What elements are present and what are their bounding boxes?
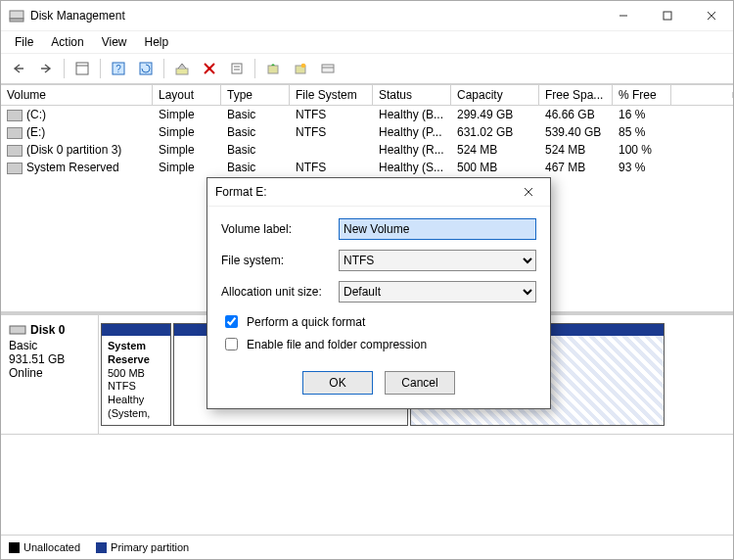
allocation-unit-label: Allocation unit size: [221, 285, 339, 299]
col-pctfree[interactable]: % Free [613, 85, 671, 105]
svg-rect-3 [664, 12, 671, 20]
wizard-icon[interactable] [170, 57, 194, 80]
volume-label-label: Volume label: [221, 222, 339, 236]
table-row[interactable]: (E:)SimpleBasicNTFSHealthy (P...631.02 G… [1, 123, 733, 141]
disk-state: Online [9, 366, 90, 380]
disk-info-panel[interactable]: Disk 0 Basic 931.51 GB Online [1, 315, 99, 434]
legend-primary: Primary partition [96, 541, 189, 554]
menubar: File Action View Help [1, 31, 733, 54]
disk-size: 931.51 GB [9, 352, 90, 366]
menu-file[interactable]: File [7, 33, 41, 51]
svg-rect-17 [268, 66, 278, 73]
disk-name: Disk 0 [30, 323, 65, 337]
menu-view[interactable]: View [94, 33, 135, 51]
format-dialog: Format E: Volume label: File system: NTF… [206, 177, 551, 409]
ok-button[interactable]: OK [302, 371, 373, 395]
close-button[interactable] [689, 1, 733, 30]
volume-icon [7, 163, 23, 174]
window-title: Disk Management [30, 9, 601, 23]
quick-format-label: Perform a quick format [247, 315, 365, 329]
volume-label-input[interactable] [339, 218, 536, 240]
svg-rect-11 [176, 69, 188, 74]
refresh-icon[interactable] [134, 57, 158, 80]
svg-rect-0 [10, 11, 23, 19]
svg-text:?: ? [115, 64, 121, 74]
svg-point-19 [301, 64, 306, 69]
svg-rect-14 [232, 64, 242, 73]
action1-icon[interactable] [261, 57, 285, 80]
col-fs[interactable]: File System [290, 85, 373, 105]
table-row[interactable]: System ReservedSimpleBasicNTFSHealthy (S… [1, 159, 733, 176]
help-icon[interactable]: ? [107, 57, 130, 80]
legend: Unallocated Primary partition [1, 535, 733, 559]
disk-type: Basic [9, 339, 90, 352]
view-icon[interactable] [70, 57, 94, 80]
partition[interactable]: System Reserve500 MB NTFSHealthy (System… [101, 323, 171, 426]
cancel-button[interactable]: Cancel [385, 371, 455, 395]
disk-icon [9, 323, 26, 337]
col-capacity[interactable]: Capacity [451, 85, 539, 105]
file-system-select[interactable]: NTFS [339, 250, 536, 271]
dialog-titlebar[interactable]: Format E: [207, 178, 550, 207]
allocation-unit-select[interactable]: Default [339, 281, 536, 303]
compression-label: Enable file and folder compression [247, 338, 427, 351]
forward-icon[interactable] [34, 57, 58, 80]
app-icon [9, 8, 24, 23]
action3-icon[interactable] [316, 57, 340, 80]
table-row[interactable]: (C:)SimpleBasicNTFSHealthy (B...299.49 G… [1, 106, 733, 123]
svg-rect-22 [10, 326, 25, 334]
table-row[interactable]: (Disk 0 partition 3)SimpleBasicHealthy (… [1, 141, 733, 159]
back-icon[interactable] [7, 57, 30, 80]
legend-unallocated: Unallocated [9, 541, 80, 554]
svg-rect-6 [76, 63, 88, 74]
minimize-button[interactable] [601, 1, 645, 30]
volume-icon [7, 127, 23, 139]
volume-icon [7, 145, 23, 157]
titlebar: Disk Management [1, 1, 733, 31]
file-system-label: File system: [221, 254, 339, 267]
col-volume[interactable]: Volume [1, 85, 153, 105]
properties-icon[interactable] [225, 57, 249, 80]
maximize-button[interactable] [645, 1, 689, 30]
toolbar: ? [1, 54, 733, 84]
col-type[interactable]: Type [221, 85, 290, 105]
dialog-close-icon[interactable] [515, 182, 542, 202]
delete-icon[interactable] [198, 57, 221, 80]
col-free[interactable]: Free Spa... [539, 85, 613, 105]
svg-rect-1 [10, 19, 23, 22]
col-status[interactable]: Status [373, 85, 451, 105]
col-layout[interactable]: Layout [153, 85, 221, 105]
menu-help[interactable]: Help [137, 33, 177, 51]
menu-action[interactable]: Action [43, 33, 91, 51]
volume-icon [7, 110, 23, 121]
quick-format-checkbox[interactable] [225, 315, 238, 328]
dialog-title: Format E: [215, 185, 515, 199]
volume-header-row: Volume Layout Type File System Status Ca… [1, 84, 733, 106]
svg-rect-20 [322, 65, 334, 72]
compression-checkbox[interactable] [225, 338, 238, 350]
disk-management-window: Disk Management File Action View Help ? [0, 0, 734, 560]
action2-icon[interactable] [289, 57, 312, 80]
